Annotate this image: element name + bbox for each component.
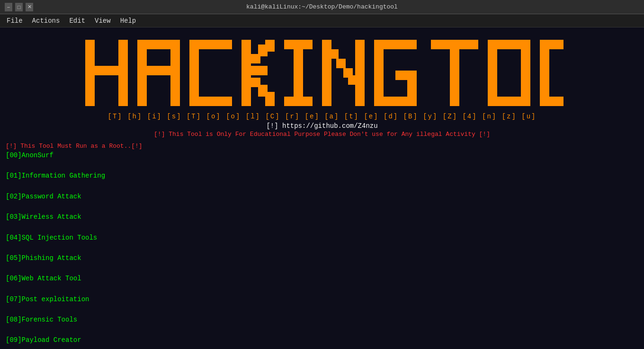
title-bar: − □ ✕ kali@kaliLinux:~/Desktop/Demo/hack…	[0, 0, 644, 14]
svg-rect-23	[322, 40, 331, 49]
menu-actions[interactable]: Actions	[28, 16, 64, 26]
menu-item-03: [03]Wireless Attack	[6, 212, 638, 223]
svg-rect-9	[189, 40, 199, 106]
maximize-button[interactable]: □	[15, 3, 23, 11]
menu-item-02: [02]Password Attack	[6, 192, 638, 202]
svg-rect-38	[488, 40, 497, 106]
svg-rect-24	[329, 49, 339, 59]
window-title: kali@kaliLinux:~/Desktop/Demo/hackingtoo…	[33, 3, 611, 10]
close-button[interactable]: ✕	[26, 3, 33, 11]
root-warning: [!] This Tool Must Run as a Root..[!]	[6, 143, 638, 150]
menu-help[interactable]: Help	[116, 16, 140, 26]
menu-item-00: [00]AnonSurf	[6, 151, 638, 161]
svg-rect-27	[348, 75, 358, 85]
menu-item-05: [05]Phishing Attack	[6, 253, 638, 264]
svg-rect-5	[137, 40, 180, 49]
menu-item-09: [09]Payload Creator	[6, 335, 638, 346]
menu-list: [00]AnonSurf [01]Information Gathering […	[6, 151, 638, 349]
svg-rect-35	[450, 40, 459, 106]
menu-bar: File Actions Edit View Help	[0, 14, 644, 27]
terminal[interactable]: [T] [h] [i] [s] [T] [o] [o] [l] [C] [r] …	[0, 27, 644, 349]
menu-item-07: [07]Post exploitation	[6, 295, 638, 305]
menu-item-06: [06]Web Attack Tool	[6, 274, 638, 284]
svg-rect-2	[85, 66, 128, 75]
warning-text: [!] This Tool is Only For Educational Pu…	[6, 131, 638, 138]
ascii-art-title	[6, 35, 638, 111]
svg-rect-17	[242, 66, 268, 75]
menu-file[interactable]: File	[3, 16, 27, 26]
svg-rect-31	[374, 40, 384, 106]
menu-item-01: [01]Information Gathering	[6, 171, 638, 181]
menu-item-08: [08]Forensic Tools	[6, 315, 638, 325]
svg-rect-25	[336, 59, 346, 68]
menu-view[interactable]: View	[91, 16, 115, 26]
hacking-tool-svg	[80, 35, 564, 111]
svg-rect-39	[521, 40, 530, 106]
svg-rect-33	[395, 71, 417, 80]
svg-rect-6	[137, 66, 180, 75]
menu-item-04: [04]SQL Injection Tools	[6, 233, 638, 243]
svg-rect-20	[294, 40, 303, 106]
menu-edit[interactable]: Edit	[65, 16, 89, 26]
svg-rect-16	[265, 92, 275, 106]
minimize-button[interactable]: −	[5, 3, 12, 11]
subtitle-chars: [T] [h] [i] [s] [T] [o] [o] [l] [C] [r] …	[6, 113, 638, 120]
svg-rect-22	[355, 40, 365, 106]
svg-rect-13	[265, 40, 275, 52]
github-link: [!] https://github.com/Z4nzu	[6, 122, 638, 130]
svg-rect-42	[540, 40, 549, 106]
